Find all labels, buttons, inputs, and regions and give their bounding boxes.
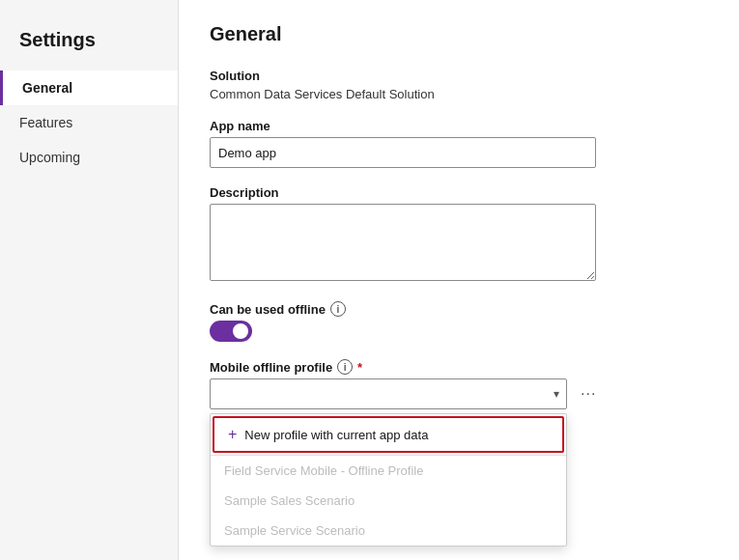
app-name-field-group: App name (210, 119, 708, 168)
dropdown-row: ▾ + New profile with current app data Fi… (210, 378, 708, 409)
dropdown-item-2[interactable]: Sample Sales Scenario (211, 486, 566, 516)
sidebar-title: Settings (0, 19, 178, 70)
toggle-track (210, 321, 252, 342)
toggle-thumb (233, 323, 248, 339)
solution-value: Common Data Services Default Solution (210, 87, 708, 101)
more-options-button[interactable]: ··· (575, 381, 602, 406)
mobile-profile-info-icon[interactable]: i (337, 359, 353, 375)
sidebar-item-features[interactable]: Features (0, 105, 178, 140)
app-name-input[interactable] (210, 137, 596, 168)
solution-label: Solution (210, 69, 708, 83)
mobile-profile-label: Mobile offline profile i * (210, 359, 708, 375)
toggle-wrapper (210, 321, 708, 342)
description-field-group: Description (210, 185, 708, 284)
item2-label: Sample Sales Scenario (224, 493, 355, 508)
sidebar: Settings General Features Upcoming (0, 0, 179, 560)
description-input[interactable] (210, 204, 596, 281)
sidebar-item-upcoming[interactable]: Upcoming (0, 140, 178, 175)
dropdown-select-wrapper: ▾ + New profile with current app data Fi… (210, 378, 567, 409)
page-title: General (210, 23, 708, 45)
plus-icon: + (228, 426, 237, 443)
offline-label: Can be used offline i (210, 301, 708, 317)
item3-label: Sample Service Scenario (224, 523, 365, 538)
new-profile-label: New profile with current app data (244, 428, 428, 442)
mobile-profile-field-group: Mobile offline profile i * ▾ + New profi… (210, 359, 708, 409)
dropdown-item-3[interactable]: Sample Service Scenario (211, 516, 566, 546)
dropdown-item-new-profile[interactable]: + New profile with current app data (213, 416, 564, 453)
dropdown-popup: + New profile with current app data Fiel… (210, 413, 567, 546)
mobile-profile-select[interactable] (210, 378, 567, 409)
sidebar-item-general[interactable]: General (0, 70, 178, 105)
description-label: Description (210, 185, 708, 200)
required-marker: * (357, 360, 362, 375)
solution-field-group: Solution Common Data Services Default So… (210, 69, 708, 101)
offline-field-group: Can be used offline i (210, 301, 708, 342)
main-content: General Solution Common Data Services De… (179, 0, 739, 560)
app-name-label: App name (210, 119, 708, 133)
offline-info-icon[interactable]: i (330, 301, 346, 317)
offline-toggle[interactable] (210, 321, 252, 342)
item1-label: Field Service Mobile - Offline Profile (224, 463, 423, 478)
dropdown-item-1[interactable]: Field Service Mobile - Offline Profile (211, 456, 566, 486)
